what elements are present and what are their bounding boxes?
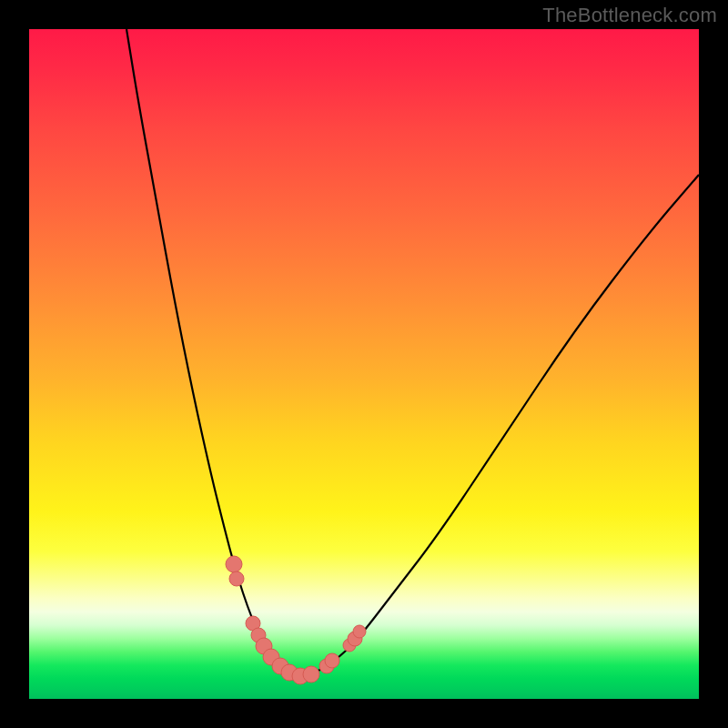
data-marker: [226, 556, 242, 572]
data-marker: [303, 666, 319, 682]
data-marker: [325, 653, 339, 668]
chart-frame: TheBottleneck.com: [0, 0, 728, 728]
bottleneck-curve: [126, 29, 699, 675]
data-marker: [229, 571, 244, 586]
data-marker: [353, 625, 366, 638]
data-markers: [226, 556, 366, 684]
plot-area: [29, 29, 699, 699]
watermark-text: TheBottleneck.com: [542, 4, 717, 27]
curve-layer: [29, 29, 699, 699]
